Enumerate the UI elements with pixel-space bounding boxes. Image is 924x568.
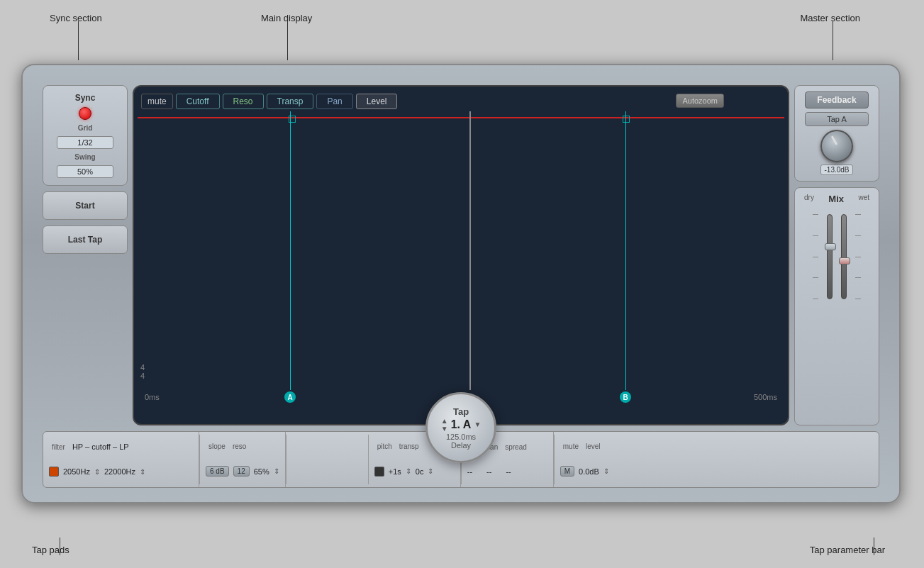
pitch-label: pitch: [377, 442, 392, 450]
display-annotation-line: [287, 21, 288, 60]
tab-bar: mute Cutoff Reso Transp Pan Level Autozo…: [141, 94, 724, 109]
feedback-knob[interactable]: [820, 130, 853, 162]
plugin-container: Sync Grid 1/32 Swing 50% Start Last Tap …: [21, 64, 901, 503]
grid-label: Grid: [78, 124, 93, 132]
swing-value[interactable]: 50%: [57, 165, 113, 178]
cutoff-lo: 2050Hz: [63, 467, 90, 476]
tap-label: Tap: [453, 406, 469, 417]
tap-decrement[interactable]: ▲▼: [441, 417, 448, 433]
mute-level-top: mute level: [560, 442, 609, 450]
autozoom-button[interactable]: Autozoom: [676, 94, 724, 108]
pitch-controls: +1s ⇕ 0c ⇕: [374, 467, 455, 477]
time-end: 500ms: [754, 393, 777, 401]
tap-a-button[interactable]: Tap A: [805, 112, 869, 126]
mix-sliders: [813, 207, 861, 299]
tap-pads-annotation-line: [60, 538, 60, 555]
hp-lp-value: HP – cutoff – LP: [72, 442, 129, 451]
mute-line: [138, 117, 784, 118]
slope-num[interactable]: 12: [233, 466, 250, 477]
marker-b-square: [623, 116, 630, 123]
tab-transp[interactable]: Transp: [267, 94, 314, 109]
feedback-button[interactable]: Feedback: [805, 91, 869, 108]
tap-spacer: [286, 432, 368, 487]
pitch-led[interactable]: [374, 467, 384, 477]
slope-top-row: slope reso: [206, 442, 279, 450]
slope-label: slope: [208, 442, 226, 450]
cutoff-hi-up-down[interactable]: ⇕: [140, 468, 145, 476]
tap-pads-annotation: Tap pads: [32, 545, 69, 555]
tab-cutoff[interactable]: Cutoff: [176, 94, 220, 109]
tab-reso[interactable]: Reso: [223, 94, 264, 109]
wet-label: wet: [858, 194, 869, 204]
start-button[interactable]: Start: [43, 191, 128, 220]
transp-label: transp: [399, 442, 419, 450]
tap-circle[interactable]: Tap ▲▼ 1. A ▼ 125.0ms Delay: [425, 392, 496, 463]
swing-label: Swing: [74, 153, 95, 161]
slope-controls: 6 dB 12 65% ⇕: [206, 466, 279, 477]
filter-top-row: filter HP – cutoff – LP: [49, 442, 193, 451]
marker-b[interactable]: B: [620, 391, 631, 403]
tab-pan[interactable]: Pan: [316, 94, 352, 109]
sync-label: Sync: [75, 93, 96, 103]
mute-level-controls: M 0.0dB ⇕: [560, 466, 609, 477]
dry-label: dry: [804, 194, 814, 204]
level-label: level: [586, 442, 601, 450]
pitch-val: +1s: [389, 467, 401, 476]
marker-a[interactable]: A: [284, 391, 296, 403]
tap-delay-label: Delay: [451, 441, 471, 450]
sync-section-annotation: Sync section: [50, 13, 102, 23]
tab-level[interactable]: Level: [356, 94, 398, 109]
flip-val: --: [467, 467, 472, 476]
dry-slider-thumb: [825, 243, 836, 250]
tap-increment[interactable]: ▼: [474, 421, 481, 428]
tap-ms: 125.0ms: [446, 433, 476, 441]
playhead: [469, 111, 471, 390]
mix-header: dry Mix wet: [801, 194, 873, 204]
level-val: 0.0dB: [579, 467, 599, 476]
mute-label-bar: mute: [563, 442, 579, 450]
filter-label: filter: [52, 443, 65, 451]
master-section: Feedback Tap A -13.0dB dry Mix wet: [794, 85, 879, 425]
feedback-panel: Feedback Tap A -13.0dB: [794, 85, 879, 182]
transp-val: 0c: [416, 467, 424, 476]
display-content: mute Cutoff Reso Transp Pan Level Autozo…: [134, 87, 788, 424]
spread-label: spread: [505, 443, 527, 451]
master-annotation-line: [833, 21, 833, 60]
spread-val: --: [506, 467, 511, 476]
master-section-annotation: Master section: [800, 13, 860, 23]
wet-slider-thumb: [839, 257, 850, 264]
dry-slider[interactable]: [827, 214, 833, 299]
tap-line-b: [625, 111, 626, 390]
mix-panel: dry Mix wet: [794, 187, 879, 425]
wet-slider[interactable]: [841, 214, 847, 299]
reso-label: reso: [233, 442, 246, 450]
slope-section: slope reso 6 dB 12 65% ⇕: [200, 432, 286, 487]
mute-label[interactable]: mute: [141, 94, 173, 109]
tap-param-bar-annotation-line: [874, 538, 874, 555]
sync-section: Sync Grid 1/32 Swing 50% Start Last Tap: [43, 85, 128, 425]
main-display: mute Cutoff Reso Transp Pan Level Autozo…: [133, 85, 789, 425]
mix-title: Mix: [828, 194, 844, 204]
pan-val: --: [486, 467, 491, 476]
time-start: 0ms: [145, 393, 160, 401]
knob-value: -13.0dB: [820, 165, 852, 175]
mute-level-section: mute level M 0.0dB ⇕: [555, 432, 615, 487]
tap-line-a: [290, 111, 291, 390]
tap-value: ▲▼ 1. A ▼: [441, 417, 482, 433]
filter-section: filter HP – cutoff – LP 2050Hz ⇕ 22000Hz…: [43, 432, 199, 487]
grid-value[interactable]: 1/32: [57, 136, 113, 149]
cutoff-hi: 22000Hz: [104, 467, 135, 476]
flip-controls: -- -- --: [467, 467, 547, 476]
filter-controls: 2050Hz ⇕ 22000Hz ⇕: [49, 467, 193, 477]
sync-annotation-line: [78, 21, 79, 60]
reso-val: 65%: [254, 467, 269, 476]
mute-m-btn[interactable]: M: [560, 466, 574, 477]
last-tap-button[interactable]: Last Tap: [43, 225, 128, 254]
slope-db[interactable]: 6 dB: [206, 466, 229, 477]
knob-container: -13.0dB: [820, 130, 853, 175]
sync-led[interactable]: [79, 107, 91, 120]
filter-led[interactable]: [49, 467, 59, 477]
cutoff-up-down[interactable]: ⇕: [94, 468, 100, 476]
time-sig: 44: [140, 363, 145, 380]
waveform-area[interactable]: 44 0ms 500ms A B: [138, 111, 784, 403]
